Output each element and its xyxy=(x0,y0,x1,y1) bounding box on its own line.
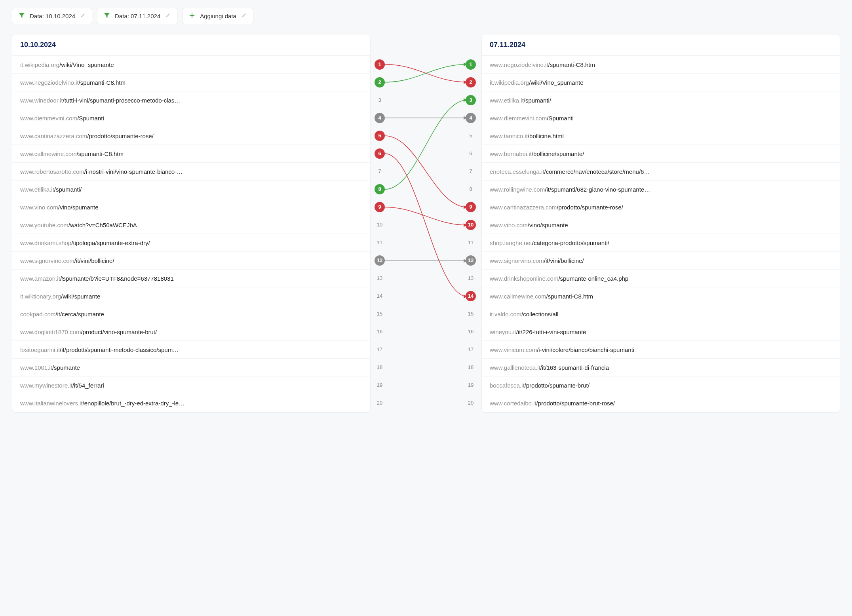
result-path: /vino/spumante xyxy=(58,204,99,211)
left-result-row[interactable]: www.1001.it/spumante xyxy=(12,359,370,376)
result-domain: www.bernabei.it xyxy=(490,150,532,157)
result-domain: www.cortedaibo.it xyxy=(490,400,536,407)
left-result-row[interactable]: www.cantinazazzera.com/prodotto/spumante… xyxy=(12,127,370,145)
left-result-row[interactable]: it.wiktionary.org/wiki/spumante xyxy=(12,287,370,305)
result-path: /watch?v=Ch50aWCEJbA xyxy=(68,222,137,228)
result-domain: www.rollingwine.com xyxy=(490,186,545,193)
right-result-row[interactable]: www.negoziodelvino.it/spumanti-C8.htm xyxy=(482,56,840,74)
funnel-icon xyxy=(19,12,25,20)
result-domain: www.amazon.it xyxy=(20,275,60,282)
left-result-row[interactable]: cookpad.com/it/cerca/spumante xyxy=(12,305,370,323)
result-path: /prodotto/spumante-brut-rose/ xyxy=(536,400,615,407)
result-path: /tutti-i-vini/spumanti-prosecco-metodo-c… xyxy=(63,97,181,104)
right-rank-badge: 7 xyxy=(466,166,476,177)
right-result-row[interactable]: www.drinkshoponline.com/spumante-online_… xyxy=(482,270,840,287)
result-domain: enoteca.esselunga.it xyxy=(490,168,544,175)
left-result-row[interactable]: lositoeguarini.it/it/prodotti/spumanti-m… xyxy=(12,341,370,359)
filter-date-1[interactable]: Data: 10.10.2024 xyxy=(12,8,92,24)
result-path: /spumanti/ xyxy=(54,186,82,193)
left-result-row[interactable]: it.wikipedia.org/wiki/Vino_spumante xyxy=(12,56,370,74)
result-path: /it/163-spumanti-di-francia xyxy=(540,364,609,371)
result-domain: boccafosca.it xyxy=(490,382,525,389)
filter-date-2[interactable]: Data: 07.11.2024 xyxy=(97,8,177,24)
right-result-row[interactable]: www.cortedaibo.it/prodotto/spumante-brut… xyxy=(482,394,840,412)
result-path: /prodotto/spumante-brut/ xyxy=(525,382,590,389)
result-path: /wiki/spumante xyxy=(61,293,100,300)
left-result-row[interactable]: www.signorvino.com/it/vini/bollicine/ xyxy=(12,252,370,270)
right-result-row[interactable]: www.bernabei.it/bollicine/spumante/ xyxy=(482,145,840,163)
rank-connector xyxy=(385,207,467,225)
right-result-row[interactable]: www.vinicum.com/i-vini/colore/bianco/bia… xyxy=(482,341,840,359)
left-result-row[interactable]: www.dogliotti1870.com/product/vino-spuma… xyxy=(12,323,370,341)
left-result-row[interactable]: www.robertosarotto.com/i-nostri-vini/vin… xyxy=(12,163,370,181)
left-result-row[interactable]: www.callmewine.com/spumanti-C8.htm xyxy=(12,145,370,163)
result-path: /prodotto/spumante-rose/ xyxy=(87,133,154,139)
result-domain: www.winedoor.it xyxy=(20,97,63,104)
left-result-row[interactable]: www.vino.com/vino/spumante xyxy=(12,198,370,216)
right-result-row[interactable]: www.signorvino.com/it/vini/bollicine/ xyxy=(482,252,840,270)
left-result-row[interactable]: www.winedoor.it/tutti-i-vini/spumanti-pr… xyxy=(12,91,370,109)
right-rank-badge: 4 xyxy=(466,113,476,123)
right-result-row[interactable]: www.callmewine.com/spumanti-C8.htm xyxy=(482,287,840,305)
result-path: /tipologia/spumante-extra-dry/ xyxy=(71,240,150,246)
result-path: /Spumanti xyxy=(77,115,104,122)
left-rank-badge: 20 xyxy=(375,398,385,408)
left-result-row[interactable]: www.negoziodelvino.it/spumanti-C8.htm xyxy=(12,74,370,91)
left-result-row[interactable]: www.etilika.it/spumanti/ xyxy=(12,181,370,198)
right-result-row[interactable]: www.etilika.it/spumanti/ xyxy=(482,91,840,109)
plus-icon xyxy=(189,12,195,20)
result-domain: it.wiktionary.org xyxy=(20,293,61,300)
left-result-row[interactable]: www.amazon.it/Spumante/b?ie=UTF8&node=63… xyxy=(12,270,370,287)
result-domain: www.1001.it xyxy=(20,364,52,371)
right-result-row[interactable]: boccafosca.it/prodotto/spumante-brut/ xyxy=(482,376,840,394)
pencil-icon[interactable] xyxy=(241,13,247,19)
right-result-row[interactable]: www.gallienoteca.it/it/163-spumanti-di-f… xyxy=(482,359,840,376)
right-result-row[interactable]: it.valdo.com/collections/all xyxy=(482,305,840,323)
right-result-row[interactable]: shop.langhe.net/categoria-prodotto/spuma… xyxy=(482,234,840,252)
right-result-row[interactable]: www.rollingwine.com/it/spumanti/682-gian… xyxy=(482,181,840,198)
result-domain: www.cantinazazzera.com xyxy=(20,133,87,139)
add-date-button[interactable]: Aggiungi data xyxy=(182,8,253,24)
left-result-row[interactable]: www.mywinestore.it/it/54_ferrari xyxy=(12,376,370,394)
left-rank-badge: 15 xyxy=(375,309,385,319)
result-path: /it/cerca/spumante xyxy=(55,311,104,318)
right-result-row[interactable]: www.tannico.it/bollicine.html xyxy=(482,127,840,145)
right-result-row[interactable]: www.cantinazazzera.com/prodotto/spumante… xyxy=(482,198,840,216)
left-rank-badge: 14 xyxy=(375,291,385,301)
left-rank-badge: 3 xyxy=(375,95,385,105)
rank-connector xyxy=(385,154,467,297)
result-domain: www.italianwinelovers.it xyxy=(20,400,83,407)
filter-bar: Data: 10.10.2024 Data: 07.11.2024 Aggiun… xyxy=(12,8,840,24)
right-rank-badge: 13 xyxy=(466,273,476,283)
left-result-row[interactable]: www.youtube.com/watch?v=Ch50aWCEJbA xyxy=(12,216,370,234)
right-rank-badge: 12 xyxy=(466,255,476,266)
pencil-icon[interactable] xyxy=(80,13,86,19)
result-path: /bollicine/spumante/ xyxy=(532,150,584,157)
right-rank-badge: 1 xyxy=(466,59,476,70)
result-domain: it.valdo.com xyxy=(490,311,521,318)
result-domain: shop.langhe.net xyxy=(490,240,532,246)
left-result-row[interactable]: www.italianwinelovers.it/enopillole/brut… xyxy=(12,394,370,412)
right-rank-badge: 11 xyxy=(466,238,476,248)
right-result-row[interactable]: it.wikipedia.org/wiki/Vino_spumante xyxy=(482,74,840,91)
result-domain: www.etilika.it xyxy=(20,186,54,193)
result-domain: www.negoziodelvino.it xyxy=(490,61,548,68)
right-result-row[interactable]: www.vino.com/vino/spumante xyxy=(482,216,840,234)
filter-date-1-label: Data: 10.10.2024 xyxy=(30,13,75,19)
right-result-row[interactable]: enoteca.esselunga.it/commerce/nav/enotec… xyxy=(482,163,840,181)
right-result-row[interactable]: www.diemmevini.com/Spumanti xyxy=(482,109,840,127)
right-rank-badge: 15 xyxy=(466,309,476,319)
left-result-row[interactable]: www.diemmevini.com/Spumanti xyxy=(12,109,370,127)
add-date-label: Aggiungi data xyxy=(200,13,236,19)
right-result-row[interactable]: wineyou.it/it/226-tutti-i-vini-spumante xyxy=(482,323,840,341)
left-result-row[interactable]: www.drinkami.shop/tipologia/spumante-ext… xyxy=(12,234,370,252)
result-domain: www.diemmevini.com xyxy=(490,115,547,122)
comparison-container: 10.10.2024 it.wikipedia.org/wiki/Vino_sp… xyxy=(12,34,840,413)
result-domain: it.wikipedia.org xyxy=(20,61,59,68)
result-domain: www.diemmevini.com xyxy=(20,115,77,122)
result-domain: cookpad.com xyxy=(20,311,55,318)
right-rank-badge: 10 xyxy=(466,220,476,230)
left-rank-badge: 1 xyxy=(375,59,385,70)
result-path: /it/226-tutti-i-vini-spumante xyxy=(516,329,586,335)
pencil-icon[interactable] xyxy=(165,13,171,19)
